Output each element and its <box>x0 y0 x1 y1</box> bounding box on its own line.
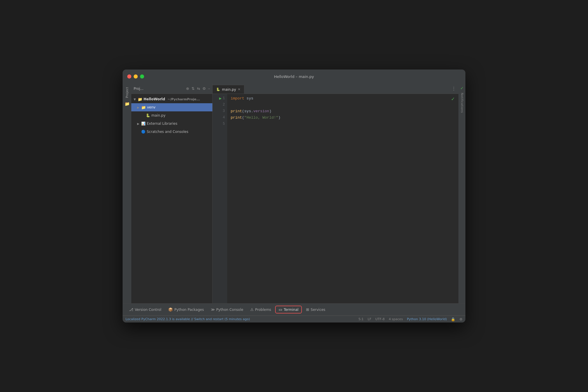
terminal-btn[interactable]: ▭ Terminal <box>275 306 302 313</box>
code-line-2 <box>231 101 455 108</box>
folder-icon-helloworld: 📁 <box>138 97 142 101</box>
tab-more-icon[interactable]: ⋮ <box>451 86 456 91</box>
main-area: Project 📁 Proj... ⊕ ⇅ ⇆ ⚙ – ▼ 📁 HelloWor… <box>123 83 465 303</box>
tree-item-helloworld[interactable]: ▼ 📁 HelloWorld ~/PycharmProje... <box>131 95 212 103</box>
gutter: ▶ 1 2 3 4 5 <box>213 94 227 303</box>
services-icon: ⊞ <box>306 307 309 312</box>
gutter-row-1: ▶ 1 <box>213 95 227 101</box>
python-console-icon: ≫ <box>211 307 215 312</box>
tree-label-venv: venv <box>147 105 155 109</box>
python-packages-icon: 📦 <box>168 307 173 312</box>
window-title: HelloWorld – main.py <box>274 74 314 79</box>
chevron-icon: ▼ <box>134 98 137 101</box>
keyword-import: import <box>231 96 244 101</box>
status-bar: Localized PyCharm 2022.1.3 is available … <box>123 316 465 322</box>
close-button[interactable] <box>127 74 131 79</box>
tree-item-scratches[interactable]: 🔵 Scratches and Consoles <box>131 128 212 136</box>
python-console-btn[interactable]: ≫ Python Console <box>208 306 246 313</box>
tree-label-extlibs: External Libraries <box>147 122 177 126</box>
maximize-button[interactable] <box>140 74 144 79</box>
services-btn[interactable]: ⊞ Services <box>303 306 328 313</box>
code-line-5 <box>231 121 455 127</box>
bottom-toolbar: ⎇ Version Control 📦 Python Packages ≫ Py… <box>123 303 465 316</box>
project-strip-label[interactable]: Project <box>126 87 129 98</box>
notif-check-icon: ✓ <box>460 86 464 90</box>
minimize-panel-icon[interactable]: – <box>208 86 210 91</box>
line-num-4: 4 <box>223 115 225 120</box>
line-num-5: 5 <box>223 122 225 126</box>
minimize-button[interactable] <box>134 74 138 79</box>
terminal-label: Terminal <box>284 308 299 312</box>
python-console-label: Python Console <box>216 308 243 312</box>
fn-print-2: print <box>231 115 242 120</box>
tree-suffix-helloworld: ~/PycharmProje... <box>167 97 200 101</box>
code-line-3: print (sys. version ) <box>231 108 455 114</box>
problems-label: Problems <box>255 308 271 312</box>
run-icon[interactable]: ▶ <box>219 97 221 100</box>
tree-item-mainpy[interactable]: 🐍 main.py <box>131 111 212 120</box>
sort-icon[interactable]: ⇅ <box>191 86 195 91</box>
chevron-icon-venv: ▶ <box>137 106 140 109</box>
scratch-icon: 🔵 <box>141 130 146 134</box>
ide-window: HelloWorld – main.py Project 📁 Proj... ⊕… <box>123 70 465 322</box>
python-packages-label: Python Packages <box>174 308 204 312</box>
tab-label: main.py <box>222 88 236 92</box>
version-control-btn[interactable]: ⎇ Version Control <box>126 306 164 313</box>
project-panel: Proj... ⊕ ⇅ ⇆ ⚙ – ▼ 📁 HelloWorld ~/Pycha… <box>131 83 213 303</box>
window-buttons <box>127 74 144 79</box>
folder-icon-venv: 📁 <box>141 105 146 110</box>
code-line-1: import sys <box>231 95 455 101</box>
gutter-row-3: 3 <box>213 108 227 114</box>
project-tree: ▼ 📁 HelloWorld ~/PycharmProje... ▶ 📁 ven… <box>131 94 212 303</box>
gutter-row-2: 2 <box>213 101 227 108</box>
folder-strip-icon[interactable]: 📁 <box>125 101 130 106</box>
problems-btn[interactable]: ⚠ Problems <box>247 306 274 313</box>
expand-icon[interactable]: ⇆ <box>197 86 200 91</box>
gutter-row-5: 5 <box>213 121 227 127</box>
tab-file-icon: 🐍 <box>216 88 220 91</box>
tree-item-external-libs[interactable]: ▶ 📊 External Libraries <box>131 120 212 128</box>
encoding[interactable]: UTF-8 <box>375 317 385 321</box>
titlebar: HelloWorld – main.py <box>123 70 465 83</box>
version-control-icon: ⎇ <box>129 307 133 312</box>
fn-print-1: print <box>231 109 242 113</box>
status-message[interactable]: Localized PyCharm 2022.1.3 is available … <box>126 317 250 321</box>
project-toolbar: Proj... ⊕ ⇅ ⇆ ⚙ – <box>131 83 212 94</box>
tab-close-btn[interactable]: ✕ <box>238 88 241 91</box>
sync-icon[interactable]: ⊕ <box>186 86 189 91</box>
interpreter[interactable]: Python 3.10 (HelloWorld) <box>407 317 447 321</box>
code-line-4: print ( "Hello, World!" ) <box>231 114 455 121</box>
check-icon: ✓ <box>451 96 455 102</box>
line-num-2: 2 <box>223 103 225 107</box>
notifications-strip: ✓ Notifications <box>458 83 465 303</box>
tree-label-scratches: Scratches and Consoles <box>147 130 188 134</box>
indent[interactable]: 4 spaces <box>389 317 403 321</box>
services-label: Services <box>311 308 325 312</box>
line-num-1: 1 <box>223 96 225 100</box>
chevron-icon-extlibs: ▶ <box>137 122 140 125</box>
editor-area: 🐍 main.py ✕ ⋮ ▶ 1 2 <box>213 83 458 303</box>
line-ending[interactable]: LF <box>368 317 371 321</box>
lock-icon[interactable]: 🔒 <box>451 317 455 321</box>
status-right: 5:1 LF UTF-8 4 spaces Python 3.10 (Hello… <box>358 317 462 321</box>
problems-icon: ⚠ <box>250 307 254 312</box>
terminal-icon: ▭ <box>279 307 282 312</box>
project-toolbar-label: Proj... <box>134 87 184 91</box>
python-packages-btn[interactable]: 📦 Python Packages <box>165 306 207 313</box>
settings-status-icon[interactable]: ⚙ <box>459 317 462 321</box>
tree-item-venv[interactable]: ▶ 📁 venv <box>131 103 212 111</box>
notif-label[interactable]: Notifications <box>460 93 464 113</box>
tab-mainpy[interactable]: 🐍 main.py ✕ <box>213 85 244 94</box>
tab-bar: 🐍 main.py ✕ ⋮ <box>213 83 458 94</box>
tree-label-mainpy: main.py <box>151 113 166 117</box>
file-icon-mainpy: 🐍 <box>146 113 150 117</box>
cursor-position[interactable]: 5:1 <box>358 317 364 321</box>
settings-icon[interactable]: ⚙ <box>202 86 206 91</box>
version-control-label: Version Control <box>135 308 161 312</box>
extlib-icon: 📊 <box>141 122 146 126</box>
line-num-3: 3 <box>223 109 225 113</box>
sidebar-strip: Project 📁 <box>123 83 131 303</box>
code-editor: ▶ 1 2 3 4 5 <box>213 94 458 303</box>
tree-label-helloworld: HelloWorld <box>144 97 165 101</box>
code-content[interactable]: ✓ import sys print (sys. version ) <box>227 94 458 303</box>
